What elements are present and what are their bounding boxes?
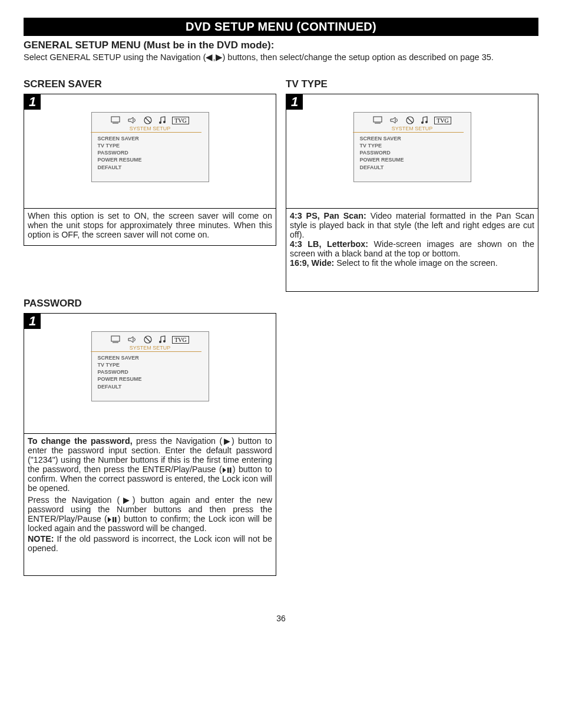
tv-type-wide-text: Select to fit the whole image on the scr… xyxy=(334,258,497,268)
screen-saver-card-top: 1 TVG SYSTEM SETUP SCREEN SAVER TV TYPE … xyxy=(24,94,276,209)
tv-type-card: 1 TVG SYSTEM SETUP SCREEN SAVER TV TYPE … xyxy=(286,94,538,292)
tv-type-section: TV TYPE 1 TVG SYSTEM SETUP SCREEN SAVER xyxy=(286,78,538,294)
password-note-label: NOTE: xyxy=(28,534,54,543)
page-number: 36 xyxy=(24,614,538,623)
osd-item-screen-saver: SCREEN SAVER xyxy=(98,354,203,361)
svg-line-17 xyxy=(146,337,150,342)
osd-item-screen-saver: SCREEN SAVER xyxy=(98,135,203,142)
osd-item-password: PASSWORD xyxy=(360,149,465,156)
step-number-badge: 1 xyxy=(24,314,41,329)
speaker-icon xyxy=(127,116,138,124)
svg-rect-22 xyxy=(230,467,232,473)
osd-item-power-resume: POWER RESUME xyxy=(360,156,465,163)
osd-item-power-resume: POWER RESUME xyxy=(98,156,203,163)
screen-saver-body: When this option is set to ON, the scree… xyxy=(24,209,276,245)
svg-rect-24 xyxy=(115,517,117,522)
speaker-icon xyxy=(127,335,138,344)
password-row: PASSWORD 1 TVG SYSTEM SETUP SCREEN SAVER xyxy=(24,298,538,578)
step-number-badge: 1 xyxy=(24,94,41,110)
svg-rect-14 xyxy=(111,336,120,341)
play-pause-icon xyxy=(107,516,118,523)
osd-system-setup-label: SYSTEM SETUP xyxy=(99,345,201,352)
svg-line-3 xyxy=(146,118,150,123)
music-note-icon xyxy=(158,116,166,124)
osd-panel: TVG SYSTEM SETUP SCREEN SAVER TV TYPE PA… xyxy=(91,112,209,182)
osd-item-default: DEFAULT xyxy=(360,164,465,171)
tvg-icon: TVG xyxy=(172,117,189,124)
tv-type-card-top: 1 TVG SYSTEM SETUP SCREEN SAVER TV TYPE … xyxy=(286,94,538,209)
screen-saver-section: SCREEN SAVER 1 TVG SYSTEM SETUP SCREEN S… xyxy=(24,78,276,294)
password-card: 1 TVG SYSTEM SETUP SCREEN SAVER TV TYPE … xyxy=(24,313,276,576)
tv-type-wide-label: 16:9, Wide: xyxy=(290,258,334,268)
step-number-badge: 1 xyxy=(286,94,303,110)
osd-system-setup-label: SYSTEM SETUP xyxy=(361,126,464,133)
osd-item-default: DEFAULT xyxy=(98,164,203,171)
page-title-bar: DVD SETUP MENU (CONTINUED) xyxy=(24,18,538,36)
osd-item-tv-type: TV TYPE xyxy=(98,142,203,149)
password-card-top: 1 TVG SYSTEM SETUP SCREEN SAVER TV TYPE … xyxy=(24,314,276,434)
password-heading: PASSWORD xyxy=(24,298,276,309)
svg-rect-7 xyxy=(373,117,382,122)
instruction-text: Select GENERAL SETUP using the Navigatio… xyxy=(24,52,538,62)
svg-point-12 xyxy=(425,121,428,123)
tv-type-letterbox-label: 4:3 LB, Letterbox: xyxy=(290,239,368,249)
screen-saver-heading: SCREEN SAVER xyxy=(24,78,276,90)
tv-type-heading: TV TYPE xyxy=(286,78,538,90)
svg-rect-21 xyxy=(227,467,229,473)
tvg-icon: TVG xyxy=(172,336,189,344)
play-pause-icon xyxy=(222,467,233,473)
osd-item-screen-saver: SCREEN SAVER xyxy=(360,135,465,142)
monitor-icon xyxy=(111,335,121,344)
osd-panel: TVG SYSTEM SETUP SCREEN SAVER TV TYPE PA… xyxy=(353,112,471,182)
osd-item-default: DEFAULT xyxy=(98,383,203,390)
svg-point-19 xyxy=(163,340,166,342)
no-entry-icon xyxy=(406,116,414,124)
osd-icon-row: TVG xyxy=(92,113,209,126)
osd-menu-list: SCREEN SAVER TV TYPE PASSWORD POWER RESU… xyxy=(92,354,209,401)
osd-menu-list: SCREEN SAVER TV TYPE PASSWORD POWER RESU… xyxy=(92,135,209,182)
screen-saver-card: 1 TVG SYSTEM SETUP SCREEN SAVER TV TYPE … xyxy=(24,94,276,246)
monitor-icon xyxy=(373,116,384,124)
osd-item-tv-type: TV TYPE xyxy=(98,361,203,368)
osd-item-power-resume: POWER RESUME xyxy=(98,375,203,383)
osd-item-password: PASSWORD xyxy=(98,149,203,156)
osd-item-tv-type: TV TYPE xyxy=(360,142,465,149)
password-section: PASSWORD 1 TVG SYSTEM SETUP SCREEN SAVER xyxy=(24,298,276,578)
osd-menu-list: SCREEN SAVER TV TYPE PASSWORD POWER RESU… xyxy=(354,135,471,182)
no-entry-icon xyxy=(144,116,152,124)
music-note-icon xyxy=(158,335,166,344)
tv-type-body: 4:3 PS, Pan Scan: Video material formatt… xyxy=(286,209,538,291)
osd-icon-row: TVG xyxy=(92,332,209,345)
password-change-label: To change the password, xyxy=(28,436,133,446)
osd-item-password: PASSWORD xyxy=(98,368,203,375)
two-column-row: SCREEN SAVER 1 TVG SYSTEM SETUP SCREEN S… xyxy=(24,78,538,294)
svg-rect-23 xyxy=(113,517,114,522)
monitor-icon xyxy=(111,116,121,124)
osd-system-setup-label: SYSTEM SETUP xyxy=(99,126,201,133)
svg-rect-0 xyxy=(111,117,120,122)
osd-panel: TVG SYSTEM SETUP SCREEN SAVER TV TYPE PA… xyxy=(91,331,209,401)
no-entry-icon xyxy=(144,335,152,344)
password-note-text: If the old password is incorrect, the Lo… xyxy=(28,534,272,553)
subtitle: GENERAL SETUP MENU (Must be in the DVD m… xyxy=(24,39,538,51)
svg-line-10 xyxy=(408,118,412,123)
tvg-icon: TVG xyxy=(434,117,451,124)
password-body: To change the password, press the Naviga… xyxy=(24,434,276,575)
empty-column xyxy=(286,298,538,578)
osd-icon-row: TVG xyxy=(354,113,471,126)
speaker-icon xyxy=(389,116,400,124)
svg-point-5 xyxy=(163,121,166,123)
music-note-icon xyxy=(420,116,428,124)
tv-type-panscan-label: 4:3 PS, Pan Scan: xyxy=(290,211,366,220)
